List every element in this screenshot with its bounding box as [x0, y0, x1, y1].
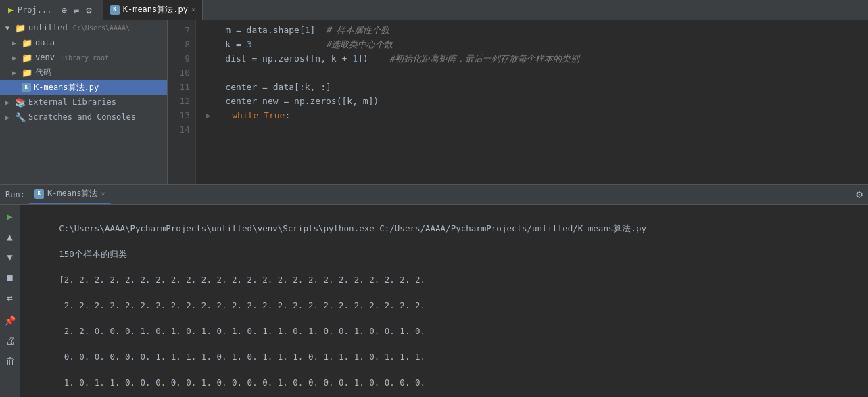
sidebar-scratches-label: Scratches and Consoles — [28, 112, 136, 122]
sidebar-item-data[interactable]: ▶ 📁 data — [0, 35, 167, 50]
run-output[interactable]: C:\Users\AAAA\PycharmProjects\untitled\v… — [20, 205, 868, 397]
run-tab-close[interactable]: × — [101, 190, 105, 197]
sidebar-item-daima[interactable]: ▶ 📁 代码 — [0, 65, 167, 80]
project-title: Proj... — [18, 5, 52, 15]
sidebar-untitled-path: C:\Users\AAAA\ — [73, 24, 130, 32]
run-label: Run: — [5, 190, 25, 200]
sidebar-daima-label: 代码 — [35, 67, 51, 78]
file-tab-name: K-means算法.py — [123, 4, 188, 16]
line-num-12: 12 — [168, 94, 190, 108]
add-icon[interactable]: ⊕ — [61, 5, 66, 16]
run-toolbar: Run: K K-means算法 × ⚙ — [0, 185, 868, 205]
python-file-icon: K — [110, 5, 120, 15]
sidebar-extlibs-label: External Libraries — [28, 97, 116, 107]
expand-arrow-venv: ▶ — [12, 54, 19, 62]
expand-arrow-untitled: ▼ — [5, 24, 12, 32]
run-scroll-up-btn[interactable]: ▲ — [3, 229, 18, 244]
folder-icon-daima: 📁 — [22, 68, 32, 78]
expand-arrow-daima: ▶ — [12, 69, 19, 76]
run-data-line-3: 2. 2. 0. 0. 0. 1. 0. 1. 0. 1. 0. 1. 0. 1… — [59, 326, 425, 336]
settings-icon[interactable]: ⚙ — [86, 5, 91, 16]
code-area[interactable]: m = data.shape[1] # 样本属性个数 k = 3 #选取类中心个… — [196, 20, 868, 184]
extlibs-icon: 📚 — [15, 97, 26, 108]
sidebar-venv-tag: library root — [60, 54, 109, 62]
sidebar-untitled-label: untitled — [28, 23, 68, 32]
file-tabs: K K-means算法.py × — [103, 0, 868, 20]
code-line-13: ▶ while True: — [204, 108, 868, 122]
run-pin-btn[interactable]: 📌 — [3, 313, 18, 328]
run-print-btn[interactable]: 🖨 — [3, 333, 18, 348]
project-folder-icon: ▶ — [8, 5, 14, 15]
code-line-9: dist = np.zeros([n, k + 1]) #初始化距离矩阵，最后一… — [204, 51, 868, 66]
run-rerun-btn[interactable]: ⇄ — [3, 290, 18, 305]
folder-icon-untitled: 📁 — [15, 23, 26, 33]
run-clear-btn[interactable]: 🗑 — [3, 354, 18, 369]
run-play-btn[interactable]: ▶ — [3, 209, 18, 224]
sidebar-item-scratches[interactable]: ▶ 🔧 Scratches and Consoles — [0, 110, 167, 124]
folder-icon-venv: 📁 — [22, 53, 32, 63]
run-side-toolbar: ▶ ▲ ▼ ■ ⇄ 📌 🖨 🗑 — [0, 205, 20, 397]
line-num-7: 7 — [168, 23, 190, 37]
file-tab-kmeans[interactable]: K K-means算法.py × — [103, 0, 203, 20]
expand-arrow-extlibs: ▶ — [5, 99, 12, 106]
expand-arrow-data: ▶ — [12, 39, 19, 47]
run-data-line-5: 1. 0. 1. 1. 0. 0. 0. 0. 0. 1. 0. 0. 0. 0… — [59, 377, 425, 388]
sidebar-data-label: data — [35, 38, 55, 47]
title-icons: ⊕ ⇌ ⚙ — [55, 5, 97, 16]
code-line-8: k = 3 #选取类中心个数 — [204, 37, 868, 51]
run-content: ▶ ▲ ▼ ■ ⇄ 📌 🖨 🗑 C:\Users\AAAA\PycharmPro… — [0, 205, 868, 397]
line-num-9: 9 — [168, 51, 190, 66]
line-num-14: 14 — [168, 122, 190, 137]
sidebar-venv-label: venv — [35, 53, 55, 62]
main-area: ▼ 📁 untitled C:\Users\AAAA\ ▶ 📁 data ▶ 📁… — [0, 20, 868, 184]
run-tab-icon: K — [34, 189, 44, 199]
code-content: 7 8 9 10 11 12 13 14 m = data.shape[1] #… — [168, 20, 868, 184]
code-line-10 — [204, 66, 868, 80]
folder-icon-data: 📁 — [22, 38, 32, 48]
expand-arrow-scratches: ▶ — [5, 114, 12, 121]
run-data-line-4: 0. 0. 0. 0. 0. 0. 1. 1. 1. 1. 0. 1. 0. 1… — [59, 352, 425, 362]
run-output-label: 150个样本的归类 — [59, 249, 127, 259]
run-cmd-line: C:\Users\AAAA\PycharmProjects\untitled\v… — [59, 223, 646, 233]
sidebar-item-kmeans[interactable]: K K-means算法.py — [0, 80, 167, 95]
run-settings-icon[interactable]: ⚙ — [856, 188, 863, 201]
file-tab-close[interactable]: × — [191, 6, 195, 14]
title-bar: ▶ Proj... ⊕ ⇌ ⚙ K K-means算法.py × — [0, 0, 868, 20]
code-line-12: center_new = np.zeros([k, m]) — [204, 94, 868, 108]
run-data-line-2: 2. 2. 2. 2. 2. 2. 2. 2. 2. 2. 2. 2. 2. 2… — [59, 300, 425, 310]
code-line-14 — [204, 122, 868, 137]
sidebar-item-venv[interactable]: ▶ 📁 venv library root — [0, 50, 167, 65]
code-line-11: center = data[:k, :] — [204, 80, 868, 94]
code-line-7: m = data.shape[1] # 样本属性个数 — [204, 23, 868, 37]
sync-icon[interactable]: ⇌ — [74, 5, 79, 16]
sidebar-item-extlibs[interactable]: ▶ 📚 External Libraries — [0, 95, 167, 110]
sidebar-kmeans-label: K-means算法.py — [34, 82, 99, 93]
pyfile-icon-kmeans: K — [22, 83, 31, 92]
sidebar: ▼ 📁 untitled C:\Users\AAAA\ ▶ 📁 data ▶ 📁… — [0, 20, 168, 184]
run-tab-name: K-means算法 — [47, 188, 98, 200]
run-panel: Run: K K-means算法 × ⚙ ▶ ▲ ▼ ■ ⇄ 📌 🖨 🗑 C:\… — [0, 184, 868, 397]
line-num-13: 13 — [168, 108, 190, 122]
line-numbers: 7 8 9 10 11 12 13 14 — [168, 20, 196, 184]
line-num-11: 11 — [168, 80, 190, 94]
run-tab-kmeans[interactable]: K K-means算法 × — [29, 185, 111, 204]
line-num-8: 8 — [168, 37, 190, 51]
line-num-10: 10 — [168, 66, 190, 80]
code-editor: 7 8 9 10 11 12 13 14 m = data.shape[1] #… — [168, 20, 868, 184]
scratches-icon: 🔧 — [15, 112, 26, 122]
project-header: ▶ Proj... ⊕ ⇌ ⚙ — [3, 0, 103, 20]
run-stop-btn[interactable]: ■ — [3, 270, 18, 285]
run-scroll-down-btn[interactable]: ▼ — [3, 250, 18, 264]
sidebar-item-untitled[interactable]: ▼ 📁 untitled C:\Users\AAAA\ — [0, 20, 167, 35]
run-data-line-1: [2. 2. 2. 2. 2. 2. 2. 2. 2. 2. 2. 2. 2. … — [59, 275, 425, 285]
